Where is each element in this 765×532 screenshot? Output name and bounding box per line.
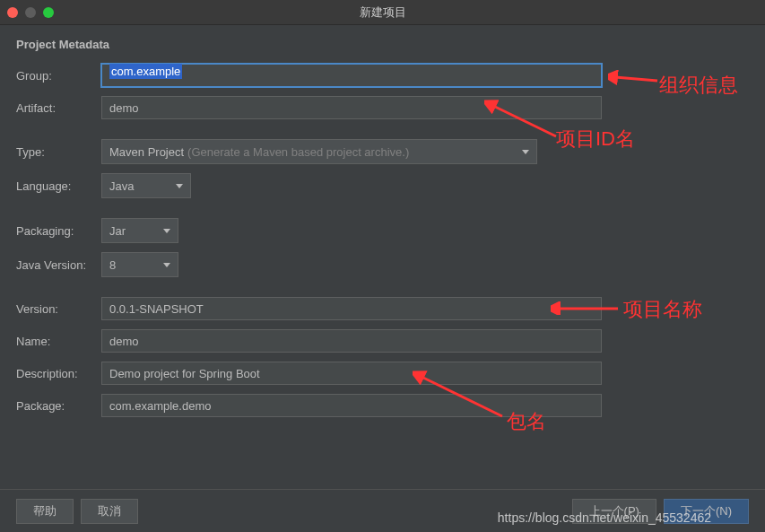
chevron-down-icon <box>176 184 183 188</box>
artifact-label: Artifact: <box>16 101 101 115</box>
java-version-row: Java Version: 8 <box>16 252 749 277</box>
content-area: Project Metadata Group: com.example Arti… <box>0 25 765 439</box>
section-header: Project Metadata <box>16 38 749 51</box>
language-value: Java <box>109 179 134 193</box>
type-dropdown[interactable]: Maven Project (Generate a Maven based pr… <box>101 139 537 164</box>
package-label: Package: <box>16 399 101 413</box>
artifact-input[interactable] <box>101 96 602 119</box>
version-label: Version: <box>16 302 101 316</box>
cancel-button[interactable]: 取消 <box>81 499 138 524</box>
version-row: Version: <box>16 297 749 320</box>
close-button[interactable] <box>7 7 18 18</box>
language-dropdown[interactable]: Java <box>101 173 191 198</box>
name-row: Name: <box>16 329 749 353</box>
minimize-button[interactable] <box>25 7 36 18</box>
group-row: Group: com.example <box>16 64 749 87</box>
description-label: Description: <box>16 367 101 380</box>
chevron-down-icon <box>163 229 170 233</box>
version-input[interactable] <box>101 297 602 320</box>
packaging-row: Packaging: Jar <box>16 218 749 243</box>
titlebar: 新建项目 <box>0 0 765 25</box>
group-input-selection: com.example <box>109 64 182 79</box>
packaging-value: Jar <box>109 224 126 238</box>
window-title: 新建项目 <box>360 4 406 21</box>
traffic-lights <box>7 7 54 18</box>
name-input[interactable] <box>101 329 602 353</box>
packaging-dropdown[interactable]: Jar <box>101 218 178 243</box>
type-value: Maven Project <box>109 145 184 159</box>
chevron-down-icon <box>163 263 170 267</box>
type-hint: (Generate a Maven based project archive.… <box>187 145 409 159</box>
package-row: Package: <box>16 394 749 417</box>
group-label: Group: <box>16 69 101 83</box>
type-row: Type: Maven Project (Generate a Maven ba… <box>16 139 749 164</box>
packaging-label: Packaging: <box>16 224 101 238</box>
help-button[interactable]: 帮助 <box>16 499 74 524</box>
type-label: Type: <box>16 145 101 159</box>
maximize-button[interactable] <box>43 7 54 18</box>
package-input[interactable] <box>101 394 602 417</box>
name-label: Name: <box>16 335 101 348</box>
language-row: Language: Java <box>16 173 749 198</box>
watermark: https://blog.csdn.net/weixin_45532462 <box>498 510 711 525</box>
language-label: Language: <box>16 179 101 193</box>
artifact-row: Artifact: <box>16 96 749 119</box>
java-version-label: Java Version: <box>16 258 101 272</box>
chevron-down-icon <box>522 150 529 154</box>
group-input[interactable]: com.example <box>101 64 602 87</box>
java-version-dropdown[interactable]: 8 <box>101 252 178 277</box>
java-version-value: 8 <box>109 258 116 272</box>
description-row: Description: <box>16 362 749 385</box>
description-input[interactable] <box>101 362 602 385</box>
